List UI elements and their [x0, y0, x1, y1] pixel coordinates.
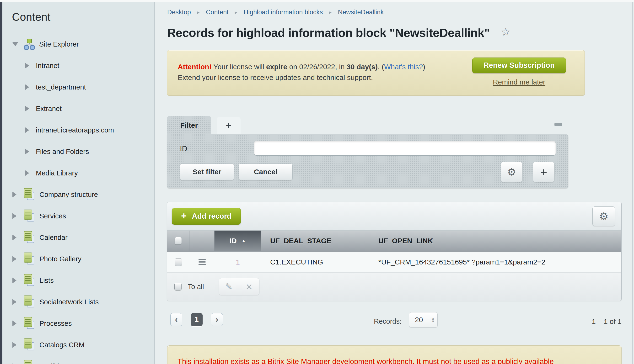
column-header-uf-open-link[interactable]: UF_OPEN_LINK — [369, 230, 621, 251]
sidebar-item-company-structure[interactable]: Company structure — [3, 184, 154, 205]
stepper-arrows-icon[interactable]: ▴▾ — [432, 317, 434, 323]
sidebar-item-label: Facilities Management CRM — [40, 362, 126, 364]
renew-subscription-button[interactable]: Renew Subscription — [472, 58, 566, 73]
chevron-right-icon[interactable] — [13, 192, 17, 198]
lists-icon — [23, 210, 36, 222]
records-per-page-stepper[interactable]: 20 ▴▾ — [409, 312, 438, 328]
breadcrumb-link-highload-blocks[interactable]: Highload information blocks — [244, 8, 323, 16]
chevron-right-icon[interactable] — [25, 127, 29, 133]
cancel-filter-button[interactable]: Cancel — [239, 164, 293, 180]
bulk-actions-group: ✎ × — [219, 278, 259, 295]
records-per-page-value: 20 — [415, 316, 423, 324]
sidebar-item-test-department[interactable]: test_department — [3, 76, 154, 98]
sidebar-item-intranet-icreatorapps[interactable]: intranet.icreatorapps.com — [3, 119, 154, 141]
filter-add-field-plus-icon[interactable]: + — [533, 162, 554, 182]
grid-footer-row: To all ✎ × — [167, 272, 621, 301]
collapse-filter-minus-icon[interactable] — [554, 123, 562, 126]
remind-me-later-link[interactable]: Remind me later — [472, 78, 566, 86]
sidebar-item-label: Extranet — [36, 105, 62, 113]
table-row: 1 C1:EXECUTING *UF_CRM_1643276151695* ?p… — [167, 252, 621, 272]
sidebar-item-label: Socialnetwork Lists — [40, 298, 99, 306]
bulk-delete-button[interactable]: × — [239, 278, 259, 295]
license-text: . ( — [378, 63, 384, 71]
chevron-right-icon[interactable] — [25, 63, 29, 68]
add-filter-tab-button[interactable]: + — [217, 117, 240, 134]
sidebar-item-calendar[interactable]: Calendar — [3, 227, 154, 248]
cell-id[interactable]: 1 — [214, 252, 261, 272]
chevron-right-icon[interactable] — [25, 106, 29, 112]
whats-this-link[interactable]: What's this? — [384, 63, 423, 71]
close-icon: × — [246, 281, 252, 292]
bulk-edit-button[interactable]: ✎ — [219, 278, 239, 295]
chevron-right-icon[interactable] — [13, 235, 17, 240]
row-checkbox[interactable] — [175, 258, 182, 266]
chevron-right-icon[interactable] — [13, 320, 17, 326]
row-menu-icon[interactable] — [198, 259, 206, 265]
add-record-button[interactable]: + Add record — [172, 208, 241, 224]
row-actions-cell — [189, 252, 214, 272]
sidebar-item-intranet[interactable]: Intranet — [3, 55, 154, 76]
chevron-right-icon[interactable] — [13, 299, 17, 305]
cell-uf-open-link: *UF_CRM_1643276151695* ?param1=1&param2=… — [369, 252, 621, 272]
row-select-cell — [167, 252, 189, 272]
select-all-checkbox[interactable] — [175, 237, 182, 245]
sidebar-item-lists[interactable]: Lists — [3, 270, 154, 291]
sidebar-item-processes[interactable]: Processes — [3, 313, 154, 334]
breadcrumb-link-desktop[interactable]: Desktop — [167, 8, 191, 16]
grid-header-row: ID ▲ UF_DEAL_STAGE UF_OPEN_LINK — [167, 230, 621, 252]
scrollbar-track-edge — [632, 2, 633, 364]
license-days: 30 day(s) — [347, 63, 378, 71]
sidebar-item-socialnetwork-lists[interactable]: Socialnetwork Lists — [3, 291, 154, 313]
to-all-checkbox[interactable] — [174, 283, 182, 290]
sidebar-item-label: Media Library — [36, 169, 78, 177]
top-window-strip — [0, 0, 634, 2]
chevron-right-icon[interactable] — [13, 256, 17, 262]
filter-id-input[interactable] — [254, 141, 556, 156]
sidebar-item-media-library[interactable]: Media Library — [3, 162, 154, 184]
chevron-right-icon[interactable] — [25, 149, 29, 154]
chevron-right-icon[interactable] — [13, 342, 17, 348]
filter-id-label: ID — [180, 145, 187, 153]
records-per-page-label: Records: — [374, 318, 402, 325]
chevron-right-icon[interactable] — [13, 278, 17, 283]
page-1-button[interactable]: 1 — [191, 313, 203, 326]
pencil-icon: ✎ — [225, 282, 233, 292]
sidebar-item-label: Services — [40, 212, 66, 220]
breadcrumb-separator-icon: ▸ — [235, 9, 237, 16]
chevron-right-icon[interactable] — [25, 84, 29, 90]
chevron-down-icon[interactable] — [13, 42, 18, 46]
sidebar-item-site-explorer[interactable]: Site Explorer — [3, 34, 154, 55]
sidebar-item-services[interactable]: Services — [3, 205, 154, 227]
filter-settings-gear-icon[interactable]: ⚙ — [501, 162, 522, 182]
column-header-label: ID — [230, 237, 237, 245]
sidebar-item-extranet[interactable]: Extranet — [3, 98, 154, 119]
column-header-id[interactable]: ID ▲ — [214, 230, 261, 251]
page-title: Records for highload information block "… — [167, 25, 510, 40]
breadcrumb-separator-icon: ▸ — [329, 9, 332, 16]
breadcrumb-link-newsitedeallink[interactable]: NewsiteDeallink — [338, 8, 384, 16]
column-header-uf-deal-stage[interactable]: UF_DEAL_STAGE — [261, 230, 369, 251]
add-record-label: Add record — [192, 212, 231, 220]
lists-icon — [23, 274, 36, 287]
sidebar-item-photo-gallery[interactable]: Photo Gallery — [3, 248, 154, 270]
cell-uf-deal-stage: C1:EXECUTING — [261, 252, 369, 272]
next-page-button[interactable]: › — [211, 313, 223, 326]
pagination: ‹ 1 › — [170, 313, 223, 326]
breadcrumb-link-content[interactable]: Content — [206, 8, 229, 16]
sidebar-item-label: Intranet — [36, 62, 59, 70]
tab-filter[interactable]: Filter — [167, 116, 211, 134]
sidebar-item-files-and-folders[interactable]: Files and Folders — [3, 141, 154, 162]
prev-page-button[interactable]: ‹ — [170, 313, 182, 326]
set-filter-button[interactable]: Set filter — [180, 164, 234, 180]
chevron-right-icon[interactable] — [25, 170, 29, 176]
filter-panel: ID Set filter Cancel ⚙ + — [167, 134, 568, 188]
grid-settings-gear-icon[interactable]: ⚙ — [592, 206, 615, 226]
lists-icon — [23, 338, 36, 351]
page-title-text: Records for highload information block "… — [167, 26, 490, 40]
favorite-star-icon[interactable]: ☆ — [501, 26, 510, 38]
sidebar-item-label: Photo Gallery — [40, 255, 82, 263]
sidebar-item-facilities-management-crm[interactable]: Facilities Management CRM — [3, 356, 154, 364]
content-sidebar: Content Site Explorer Intranet test_depa… — [3, 2, 155, 364]
chevron-right-icon[interactable] — [13, 213, 17, 219]
sidebar-item-catalogs-crm[interactable]: Catalogs CRM — [3, 334, 154, 356]
